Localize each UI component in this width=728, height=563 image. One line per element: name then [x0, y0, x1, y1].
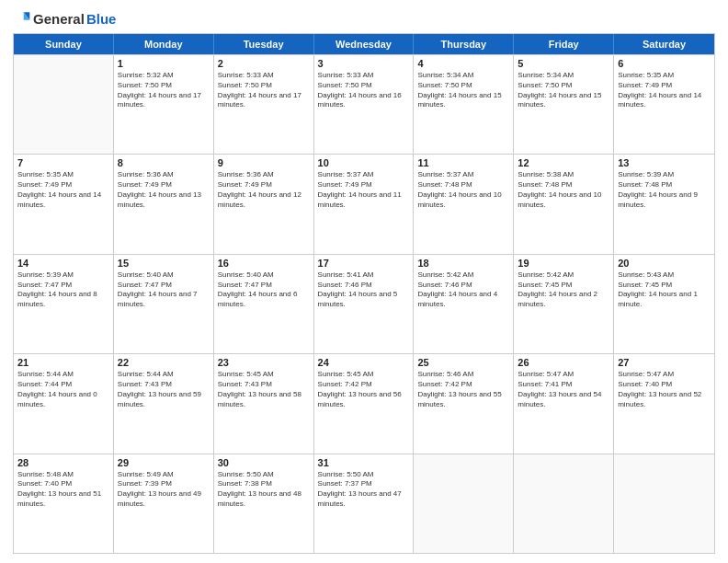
cal-cell-5-7: [614, 454, 714, 553]
cell-info: Sunrise: 5:50 AM Sunset: 7:38 PM Dayligh…: [218, 470, 310, 510]
cell-info: Sunrise: 5:35 AM Sunset: 7:49 PM Dayligh…: [618, 71, 711, 110]
day-number: 22: [118, 357, 210, 368]
header: GeneralBlue: [13, 9, 715, 28]
header-day-wednesday: Wednesday: [314, 34, 415, 54]
day-number: 26: [518, 357, 609, 368]
cell-info: Sunrise: 5:40 AM Sunset: 7:47 PM Dayligh…: [218, 270, 310, 310]
cell-info: Sunrise: 5:45 AM Sunset: 7:42 PM Dayligh…: [318, 370, 410, 409]
cell-info: Sunrise: 5:47 AM Sunset: 7:40 PM Dayligh…: [618, 370, 711, 409]
cal-row-3: 14Sunrise: 5:39 AM Sunset: 7:47 PM Dayli…: [14, 254, 714, 353]
header-day-friday: Friday: [514, 34, 614, 54]
cell-info: Sunrise: 5:35 AM Sunset: 7:49 PM Dayligh…: [17, 170, 109, 210]
cal-cell-2-3: 9Sunrise: 5:36 AM Sunset: 7:49 PM Daylig…: [214, 155, 314, 253]
logo-text-blue: Blue: [86, 11, 117, 27]
cal-cell-4-7: 27Sunrise: 5:47 AM Sunset: 7:40 PM Dayli…: [614, 354, 714, 453]
cal-cell-5-5: [414, 454, 514, 553]
day-number: 25: [417, 357, 509, 368]
cal-cell-3-4: 17Sunrise: 5:41 AM Sunset: 7:46 PM Dayli…: [314, 255, 415, 353]
cell-info: Sunrise: 5:49 AM Sunset: 7:39 PM Dayligh…: [118, 470, 210, 510]
cal-cell-3-7: 20Sunrise: 5:43 AM Sunset: 7:45 PM Dayli…: [614, 255, 714, 353]
header-day-tuesday: Tuesday: [214, 34, 314, 54]
day-number: 3: [318, 58, 410, 69]
cal-cell-4-2: 22Sunrise: 5:44 AM Sunset: 7:43 PM Dayli…: [114, 354, 214, 453]
day-number: 28: [17, 457, 109, 468]
cell-info: Sunrise: 5:43 AM Sunset: 7:45 PM Dayligh…: [618, 270, 711, 310]
day-number: 7: [17, 157, 109, 168]
cal-cell-2-1: 7Sunrise: 5:35 AM Sunset: 7:49 PM Daylig…: [14, 155, 114, 253]
cell-info: Sunrise: 5:41 AM Sunset: 7:46 PM Dayligh…: [318, 270, 410, 310]
cal-cell-3-6: 19Sunrise: 5:42 AM Sunset: 7:45 PM Dayli…: [514, 255, 614, 353]
cell-info: Sunrise: 5:36 AM Sunset: 7:49 PM Dayligh…: [218, 170, 310, 210]
cal-cell-1-6: 5Sunrise: 5:34 AM Sunset: 7:50 PM Daylig…: [514, 55, 614, 154]
cal-cell-4-5: 25Sunrise: 5:46 AM Sunset: 7:42 PM Dayli…: [414, 354, 514, 453]
cal-cell-5-3: 30Sunrise: 5:50 AM Sunset: 7:38 PM Dayli…: [214, 454, 314, 553]
cal-cell-2-5: 11Sunrise: 5:37 AM Sunset: 7:48 PM Dayli…: [414, 155, 514, 253]
cal-cell-5-2: 29Sunrise: 5:49 AM Sunset: 7:39 PM Dayli…: [114, 454, 214, 553]
day-number: 23: [218, 357, 310, 368]
cell-info: Sunrise: 5:44 AM Sunset: 7:44 PM Dayligh…: [17, 370, 109, 409]
cal-cell-5-1: 28Sunrise: 5:48 AM Sunset: 7:40 PM Dayli…: [14, 454, 114, 553]
cal-cell-3-3: 16Sunrise: 5:40 AM Sunset: 7:47 PM Dayli…: [214, 255, 314, 353]
day-number: 30: [218, 457, 310, 468]
cell-info: Sunrise: 5:47 AM Sunset: 7:41 PM Dayligh…: [518, 370, 609, 409]
cell-info: Sunrise: 5:37 AM Sunset: 7:49 PM Dayligh…: [318, 170, 410, 210]
day-number: 31: [318, 457, 410, 468]
day-number: 19: [518, 258, 609, 269]
cal-cell-1-7: 6Sunrise: 5:35 AM Sunset: 7:49 PM Daylig…: [614, 55, 714, 154]
cell-info: Sunrise: 5:39 AM Sunset: 7:48 PM Dayligh…: [618, 170, 711, 210]
cal-row-5: 28Sunrise: 5:48 AM Sunset: 7:40 PM Dayli…: [14, 454, 714, 553]
cell-info: Sunrise: 5:36 AM Sunset: 7:49 PM Dayligh…: [118, 170, 210, 210]
cal-cell-1-2: 1Sunrise: 5:32 AM Sunset: 7:50 PM Daylig…: [114, 55, 214, 154]
cell-info: Sunrise: 5:33 AM Sunset: 7:50 PM Dayligh…: [218, 71, 310, 110]
cal-cell-2-4: 10Sunrise: 5:37 AM Sunset: 7:49 PM Dayli…: [314, 155, 415, 253]
day-number: 1: [118, 58, 210, 69]
cal-cell-1-3: 2Sunrise: 5:33 AM Sunset: 7:50 PM Daylig…: [214, 55, 314, 154]
cell-info: Sunrise: 5:34 AM Sunset: 7:50 PM Dayligh…: [417, 71, 509, 110]
cal-cell-1-1: [14, 55, 114, 154]
calendar-body: 1Sunrise: 5:32 AM Sunset: 7:50 PM Daylig…: [14, 54, 714, 553]
cell-info: Sunrise: 5:42 AM Sunset: 7:45 PM Dayligh…: [518, 270, 609, 310]
cal-cell-3-5: 18Sunrise: 5:42 AM Sunset: 7:46 PM Dayli…: [414, 255, 514, 353]
page: GeneralBlue SundayMondayTuesdayWednesday…: [0, 0, 728, 563]
cell-info: Sunrise: 5:37 AM Sunset: 7:48 PM Dayligh…: [417, 170, 509, 210]
day-number: 4: [417, 58, 509, 69]
cal-cell-2-6: 12Sunrise: 5:38 AM Sunset: 7:48 PM Dayli…: [514, 155, 614, 253]
cal-row-1: 1Sunrise: 5:32 AM Sunset: 7:50 PM Daylig…: [14, 54, 714, 154]
cell-info: Sunrise: 5:46 AM Sunset: 7:42 PM Dayligh…: [417, 370, 509, 409]
header-day-monday: Monday: [114, 34, 214, 54]
day-number: 10: [318, 157, 410, 168]
cell-info: Sunrise: 5:42 AM Sunset: 7:46 PM Dayligh…: [417, 270, 509, 310]
cal-cell-1-4: 3Sunrise: 5:33 AM Sunset: 7:50 PM Daylig…: [314, 55, 415, 154]
cal-row-4: 21Sunrise: 5:44 AM Sunset: 7:44 PM Dayli…: [14, 353, 714, 453]
cal-cell-4-3: 23Sunrise: 5:45 AM Sunset: 7:43 PM Dayli…: [214, 354, 314, 453]
day-number: 12: [518, 157, 609, 168]
cal-cell-2-2: 8Sunrise: 5:36 AM Sunset: 7:49 PM Daylig…: [114, 155, 214, 253]
calendar-header: SundayMondayTuesdayWednesdayThursdayFrid…: [14, 34, 714, 54]
day-number: 13: [618, 157, 711, 168]
cell-info: Sunrise: 5:40 AM Sunset: 7:47 PM Dayligh…: [118, 270, 210, 310]
cell-info: Sunrise: 5:38 AM Sunset: 7:48 PM Dayligh…: [518, 170, 609, 210]
cell-info: Sunrise: 5:33 AM Sunset: 7:50 PM Dayligh…: [318, 71, 410, 110]
cell-info: Sunrise: 5:48 AM Sunset: 7:40 PM Dayligh…: [17, 470, 109, 510]
day-number: 8: [118, 157, 210, 168]
day-number: 6: [618, 58, 711, 69]
day-number: 20: [618, 258, 711, 269]
day-number: 17: [318, 258, 410, 269]
cell-info: Sunrise: 5:50 AM Sunset: 7:37 PM Dayligh…: [318, 470, 410, 510]
day-number: 18: [417, 258, 509, 269]
cal-row-2: 7Sunrise: 5:35 AM Sunset: 7:49 PM Daylig…: [14, 154, 714, 253]
cal-cell-3-1: 14Sunrise: 5:39 AM Sunset: 7:47 PM Dayli…: [14, 255, 114, 353]
day-number: 21: [17, 357, 109, 368]
day-number: 14: [17, 258, 109, 269]
header-day-sunday: Sunday: [14, 34, 114, 54]
day-number: 29: [118, 457, 210, 468]
cal-cell-4-6: 26Sunrise: 5:47 AM Sunset: 7:41 PM Dayli…: [514, 354, 614, 453]
day-number: 24: [318, 357, 410, 368]
calendar: SundayMondayTuesdayWednesdayThursdayFrid…: [13, 33, 715, 554]
cal-cell-4-4: 24Sunrise: 5:45 AM Sunset: 7:42 PM Dayli…: [314, 354, 415, 453]
day-number: 11: [417, 157, 509, 168]
cell-info: Sunrise: 5:39 AM Sunset: 7:47 PM Dayligh…: [17, 270, 109, 310]
cal-cell-2-7: 13Sunrise: 5:39 AM Sunset: 7:48 PM Dayli…: [614, 155, 714, 253]
cal-cell-4-1: 21Sunrise: 5:44 AM Sunset: 7:44 PM Dayli…: [14, 354, 114, 453]
cal-cell-1-5: 4Sunrise: 5:34 AM Sunset: 7:50 PM Daylig…: [414, 55, 514, 154]
